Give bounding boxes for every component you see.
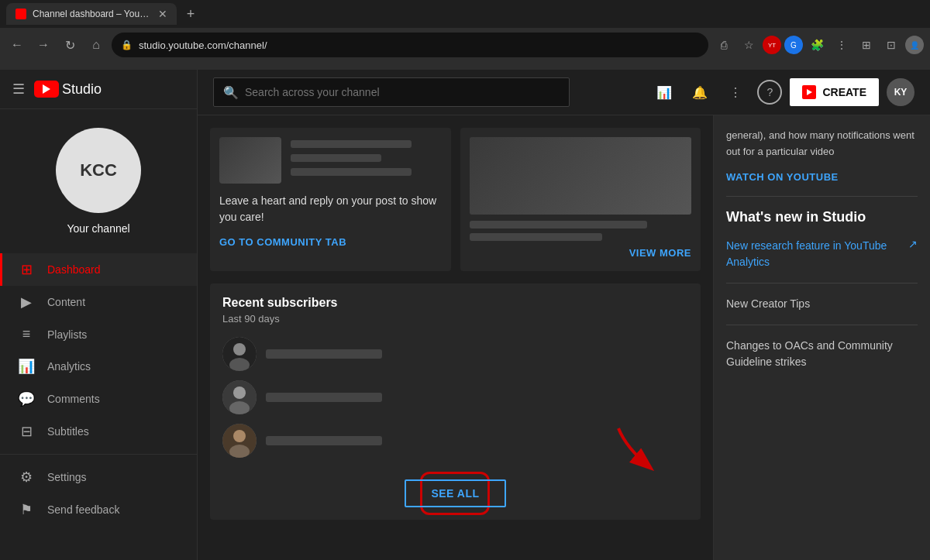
search-icon: 🔍 (223, 85, 239, 100)
watch-on-youtube-link[interactable]: WATCH ON YOUTUBE (726, 171, 839, 183)
side-divider (726, 196, 918, 197)
avatar[interactable]: KCC (56, 128, 141, 213)
content-icon: ▶ (18, 294, 35, 311)
subscriber-avatar-2[interactable] (222, 380, 257, 414)
yt-play-triangle (43, 84, 50, 94)
yt-logo-icon (34, 81, 59, 98)
sidebar-item-label: Playlists (47, 328, 87, 341)
blurred-line-2 (291, 154, 381, 162)
grid-btn[interactable]: ⊞ (856, 34, 877, 56)
community-blurred-content (291, 137, 442, 184)
hamburger-btn[interactable]: ☰ (12, 81, 25, 98)
blurred-line-3 (291, 168, 412, 176)
more-options-btn[interactable]: ⋮ (722, 78, 749, 106)
analytics-icon: 📊 (18, 358, 35, 375)
subscriber-avatar-3[interactable] (222, 424, 257, 458)
news-link-1[interactable]: New research feature in YouTube Analytic… (726, 238, 904, 270)
subscriber-item (222, 380, 688, 414)
news-text-3: Changes to OACs and Community Guideline … (726, 338, 918, 370)
sidebar-item-comments[interactable]: 💬 Comments (0, 383, 197, 415)
video-thumbnail (470, 137, 692, 215)
browser-chrome: Channel dashboard – YouTube St… ✕ + ← → … (0, 0, 930, 70)
help-btn[interactable]: ? (757, 80, 782, 105)
community-tab-link[interactable]: GO TO COMMUNITY TAB (219, 236, 346, 248)
tab-close-btn[interactable]: ✕ (158, 8, 167, 20)
notifications-btn[interactable]: 🔔 (686, 78, 714, 106)
bookmark-btn[interactable]: ☆ (738, 34, 760, 56)
videos-row: Leave a heart and reply on your post to … (210, 128, 701, 271)
news-item-3: Changes to OACs and Community Guideline … (726, 338, 918, 383)
community-text: Leave a heart and reply on your post to … (219, 193, 442, 225)
sidebar-item-analytics[interactable]: 📊 Analytics (0, 350, 197, 383)
search-bar[interactable]: 🔍 (213, 77, 570, 107)
video-card: VIEW MORE (460, 128, 701, 271)
lock-icon: 🔒 (121, 40, 133, 50)
create-play-icon (807, 89, 812, 95)
sidebar-item-settings[interactable]: ⚙ Settings (0, 461, 197, 493)
nav-items: ⊞ Dashboard ▶ Content ≡ Playlists 📊 Anal… (0, 247, 197, 560)
svg-point-7 (233, 430, 246, 442)
sidebar-item-playlists[interactable]: ≡ Playlists (0, 318, 197, 350)
subscriber-name-1 (266, 349, 382, 359)
nav-actions: ⎙ ☆ YT G 🧩 ⋮ ⊞ ⊡ 👤 (713, 34, 924, 56)
see-all-button[interactable]: SEE ALL (405, 479, 505, 507)
subscriber-avatar-1[interactable] (222, 337, 257, 371)
sidebar-item-label: Content (47, 296, 85, 308)
sidebar-item-content[interactable]: ▶ Content (0, 286, 197, 318)
sidebar-item-feedback[interactable]: ⚑ Send feedback (0, 493, 197, 526)
address-bar[interactable]: 🔒 studio.youtube.com/channel/ (112, 33, 708, 57)
dashboard-main: Leave a heart and reply on your post to … (198, 115, 713, 560)
external-link-icon-1: ↗ (908, 238, 918, 250)
whats-new-title: What's new in Studio (726, 209, 918, 225)
red-arrow-annotation (611, 424, 673, 471)
subscriber-name-3 (266, 436, 382, 445)
main-content: 🔍 📊 🔔 ⋮ ? CREATE KY (198, 70, 930, 560)
sidebar-item-label: Dashboard (47, 263, 101, 276)
dashboard-icon: ⊞ (18, 261, 35, 278)
analytics-topbar-btn[interactable]: 📊 (650, 78, 678, 106)
user-avatar[interactable]: KY (887, 78, 914, 106)
subscriber-name-2 (266, 393, 382, 402)
search-input[interactable] (245, 86, 560, 98)
topbar-actions: 📊 🔔 ⋮ ? CREATE KY (650, 78, 914, 106)
browser-tabs: Channel dashboard – YouTube St… ✕ + (0, 0, 930, 28)
studio-label: Studio (62, 81, 102, 98)
sidebar-item-dashboard[interactable]: ⊞ Dashboard (0, 253, 197, 286)
puzzle-btn[interactable]: 🧩 (806, 34, 828, 56)
cast-btn[interactable]: ⊡ (880, 34, 902, 56)
subscribers-card: Recent subscribers Last 90 days (210, 283, 701, 520)
ext-yt-icon[interactable]: YT (763, 36, 781, 54)
new-tab-btn[interactable]: + (180, 3, 202, 25)
home-btn[interactable]: ⌂ (85, 34, 107, 56)
sidebar-item-label: Analytics (47, 360, 91, 373)
dashboard: Leave a heart and reply on your post to … (198, 115, 930, 560)
sidebar-item-label: Comments (47, 393, 100, 405)
tab-title: Channel dashboard – YouTube St… (33, 9, 152, 19)
tab-favicon (16, 9, 26, 19)
yt-logo[interactable]: Studio (34, 81, 102, 98)
playlists-icon: ≡ (18, 326, 35, 342)
channel-section: KCC Your channel (0, 109, 197, 247)
profile-icon[interactable]: 👤 (905, 36, 924, 54)
channel-name: Your channel (67, 222, 129, 235)
svg-point-4 (233, 387, 246, 399)
create-button[interactable]: CREATE (790, 78, 879, 106)
see-all-area: SEE ALL (222, 467, 688, 507)
ext-icon-1[interactable]: G (784, 36, 803, 54)
view-more-link[interactable]: VIEW MORE (470, 241, 692, 262)
share-btn[interactable]: ⎙ (713, 34, 735, 56)
browser-tab-active[interactable]: Channel dashboard – YouTube St… ✕ (6, 3, 177, 25)
subtitles-icon: ⊟ (18, 423, 35, 440)
feedback-icon: ⚑ (18, 501, 35, 518)
nav-divider (0, 454, 197, 455)
community-thumb (219, 137, 281, 184)
back-btn[interactable]: ← (6, 34, 28, 56)
reload-btn[interactable]: ↻ (59, 34, 81, 56)
menu-btn[interactable]: ⋮ (831, 34, 852, 56)
forward-btn[interactable]: → (33, 34, 54, 56)
sidebar-item-subtitles[interactable]: ⊟ Subtitles (0, 415, 197, 448)
video-meta-blurred (470, 221, 692, 241)
settings-icon: ⚙ (18, 469, 35, 486)
community-card: Leave a heart and reply on your post to … (210, 128, 451, 271)
app-topbar: 🔍 📊 🔔 ⋮ ? CREATE KY (198, 70, 930, 115)
